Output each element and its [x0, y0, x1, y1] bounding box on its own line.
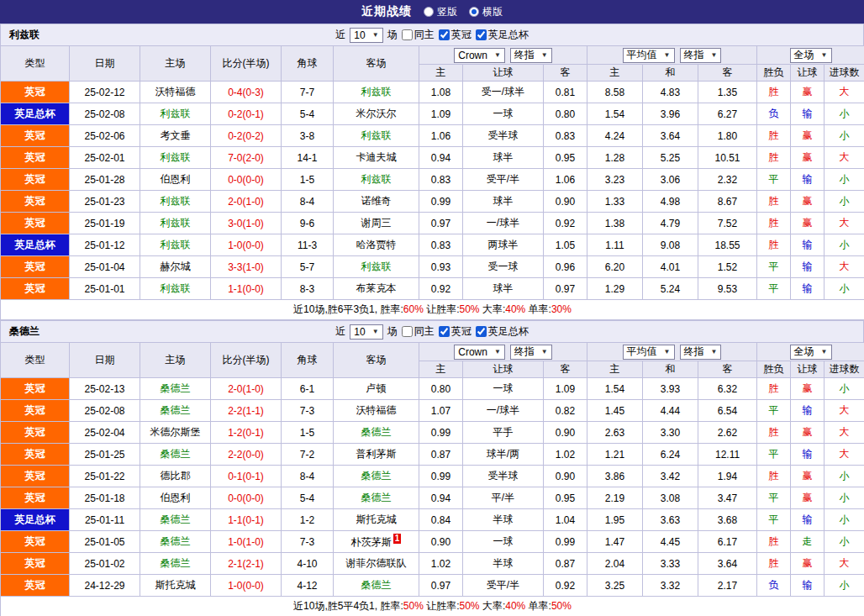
handicap-away-odds: 0.95 [544, 487, 587, 509]
home-team[interactable]: 伯恩利 [140, 169, 211, 191]
match-score[interactable]: 2-0(1-0) [211, 191, 282, 213]
fa-cup-checkbox-input[interactable] [476, 29, 487, 40]
home-team[interactable]: 赫尔城 [140, 256, 211, 278]
away-team[interactable]: 沃特福德 [334, 400, 419, 422]
away-team[interactable]: 布莱克本 [334, 278, 419, 300]
away-team[interactable]: 哈洛贾特 [334, 234, 419, 256]
match-score[interactable]: 2-2(1-1) [211, 400, 282, 422]
scope-select[interactable]: 全场▼ [790, 48, 832, 63]
home-team[interactable]: 米德尔斯堡 [140, 422, 211, 444]
bookmaker-select[interactable]: Crown▼ [454, 48, 505, 63]
filter-checkbox-fa-cup[interactable]: 英足总杯 [476, 324, 529, 339]
handicap-home-odds: 0.83 [419, 234, 463, 256]
match-count-select[interactable]: 10 ▼ [350, 28, 382, 43]
avg-time-select[interactable]: 终指▼ [680, 345, 722, 360]
home-team[interactable]: 桑德兰 [140, 400, 211, 422]
filter-checkbox-same-home[interactable]: 同主 [402, 324, 435, 339]
home-team[interactable]: 桑德兰 [140, 444, 211, 466]
chevron-down-icon: ▼ [711, 348, 718, 355]
match-score[interactable]: 0-2(0-2) [211, 125, 282, 147]
corner-score: 1-5 [282, 422, 334, 444]
away-team[interactable]: 斯托克城 [334, 509, 419, 531]
avg-away-odds: 6.32 [698, 378, 757, 400]
match-score[interactable]: 3-0(1-0) [211, 213, 282, 234]
filter-checkbox-championship[interactable]: 英冠 [439, 324, 472, 339]
away-team[interactable]: 利兹联 [334, 169, 419, 191]
match-score[interactable]: 1-0(1-0) [211, 531, 282, 553]
home-team[interactable]: 桑德兰 [140, 553, 211, 575]
radio-icon-horizontal[interactable] [469, 7, 479, 17]
match-score[interactable]: 0-2(0-1) [211, 103, 282, 125]
match-score[interactable]: 0-4(0-3) [211, 82, 282, 103]
odds-time-select[interactable]: 终指▼ [510, 345, 552, 360]
away-team[interactable]: 卡迪夫城 [334, 147, 419, 169]
away-team[interactable]: 桑德兰 [334, 575, 419, 597]
home-team[interactable]: 利兹联 [140, 213, 211, 234]
away-team[interactable]: 谢菲尔德联队 [334, 553, 419, 575]
same-home-checkbox-input[interactable] [402, 29, 413, 40]
away-team[interactable]: 诺维奇 [334, 191, 419, 213]
fa-cup-checkbox-input[interactable] [476, 326, 487, 337]
match-score[interactable]: 1-1(0-1) [211, 509, 282, 531]
away-team[interactable]: 利兹联 [334, 82, 419, 103]
avg-select[interactable]: 平均值▼ [623, 48, 675, 63]
bookmaker-select[interactable]: Crown▼ [454, 345, 505, 360]
match-score[interactable]: 7-0(2-0) [211, 147, 282, 169]
home-team[interactable]: 利兹联 [140, 147, 211, 169]
match-score[interactable]: 1-0(0-0) [211, 234, 282, 256]
away-team[interactable]: 卢顿 [334, 378, 419, 400]
chevron-down-icon: ▼ [821, 51, 828, 59]
corner-score: 5-4 [282, 103, 334, 125]
match-score[interactable]: 2-1(2-1) [211, 553, 282, 575]
filter-checkbox-championship[interactable]: 英冠 [439, 28, 472, 42]
match-score[interactable]: 2-2(0-0) [211, 444, 282, 466]
home-team[interactable]: 考文垂 [140, 125, 211, 147]
home-team[interactable]: 沃特福德 [140, 82, 211, 103]
match-score[interactable]: 0-0(0-0) [211, 169, 282, 191]
away-team[interactable]: 利兹联 [334, 256, 419, 278]
match-score[interactable]: 3-3(1-0) [211, 256, 282, 278]
layout-radio-vertical[interactable]: 竖版 [424, 5, 457, 19]
home-team[interactable]: 利兹联 [140, 234, 211, 256]
handicap-home-odds: 1.08 [419, 82, 463, 103]
match-count-select[interactable]: 10 ▼ [350, 324, 382, 340]
home-team[interactable]: 斯托克城 [140, 575, 211, 597]
result-goals: 小 [824, 103, 864, 125]
championship-checkbox-input[interactable] [439, 326, 450, 337]
away-team[interactable]: 桑德兰 [334, 487, 419, 509]
match-score[interactable]: 0-0(0-0) [211, 487, 282, 509]
home-team[interactable]: 桑德兰 [140, 509, 211, 531]
away-team[interactable]: 米尔沃尔 [334, 103, 419, 125]
match-score[interactable]: 1-0(0-0) [211, 575, 282, 597]
away-team[interactable]: 桑德兰 [334, 466, 419, 487]
match-score[interactable]: 0-1(0-1) [211, 466, 282, 487]
away-team[interactable]: 谢周三 [334, 213, 419, 234]
home-team[interactable]: 德比郡 [140, 466, 211, 487]
layout-radio-horizontal[interactable]: 横版 [469, 5, 503, 19]
away-team[interactable]: 桑德兰 [334, 422, 419, 444]
match-score[interactable]: 1-2(0-1) [211, 422, 282, 444]
avg-time-select[interactable]: 终指▼ [680, 48, 722, 63]
home-team[interactable]: 桑德兰 [140, 378, 211, 400]
away-team[interactable]: 利兹联 [334, 125, 419, 147]
avg-select[interactable]: 平均值▼ [623, 345, 675, 360]
match-score[interactable]: 2-0(1-0) [211, 378, 282, 400]
radio-icon-vertical[interactable] [424, 7, 434, 17]
home-team[interactable]: 利兹联 [140, 191, 211, 213]
handicap-home-odds: 1.07 [419, 400, 463, 422]
filter-checkbox-same-home[interactable]: 同主 [402, 28, 435, 42]
away-team[interactable]: 普利茅斯 [334, 444, 419, 466]
same-home-checkbox-input[interactable] [402, 326, 413, 337]
match-row: 英冠25-01-23利兹联2-0(1-0)8-4诺维奇0.99球半0.901.3… [1, 191, 864, 213]
away-team[interactable]: 朴茨茅斯1 [334, 531, 419, 553]
odds-time-select[interactable]: 终指▼ [510, 48, 552, 63]
scope-select[interactable]: 全场▼ [790, 345, 832, 360]
home-team[interactable]: 桑德兰 [140, 531, 211, 553]
match-score[interactable]: 1-1(0-0) [211, 278, 282, 300]
home-team[interactable]: 利兹联 [140, 278, 211, 300]
filter-checkbox-fa-cup[interactable]: 英足总杯 [476, 28, 529, 42]
championship-checkbox-input[interactable] [439, 29, 450, 40]
home-team[interactable]: 利兹联 [140, 103, 211, 125]
avg-away-odds: 1.52 [698, 256, 757, 278]
home-team[interactable]: 伯恩利 [140, 487, 211, 509]
